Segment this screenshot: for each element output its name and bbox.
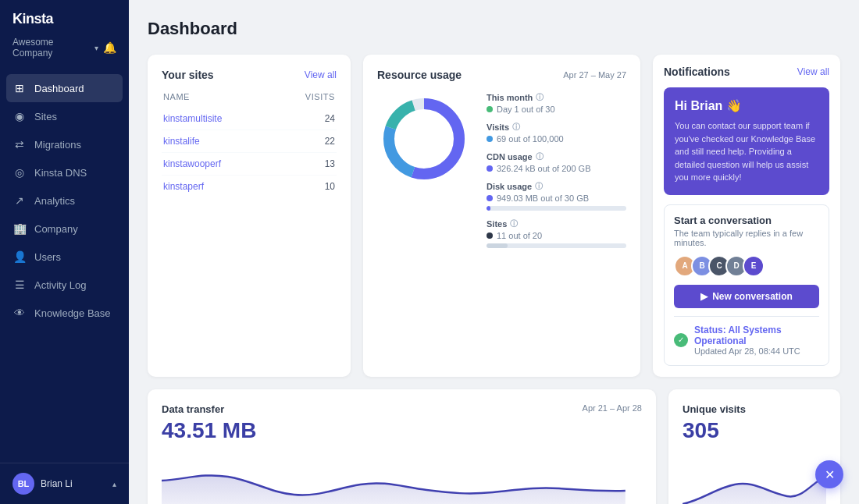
- avatars-row: A B C D E: [674, 255, 819, 277]
- your-sites-card: Your sites View all NAME VISITS kinstamu…: [148, 55, 351, 377]
- user-avatar: BL: [12, 473, 34, 495]
- stat-sites-value: 11 out of 20: [487, 231, 626, 240]
- unique-visits-value: 305: [683, 418, 826, 443]
- sidebar-item-activity-log[interactable]: ☰ Activity Log: [0, 271, 129, 299]
- your-sites-title: Your sites: [162, 69, 214, 81]
- analytics-icon: ↗: [12, 193, 27, 208]
- col-name: NAME: [163, 92, 190, 101]
- dashboard-icon: ⊞: [12, 81, 27, 95]
- data-transfer-card: Data transfer Apr 21 – Apr 28 43.51 MB: [148, 389, 656, 505]
- hi-title: Hi Brian 👋: [675, 98, 818, 113]
- unique-visits-card: Unique visits 305 21Apr 22: [668, 389, 840, 505]
- chevron-down-icon: ▾: [94, 44, 98, 52]
- migrations-icon: ⇄: [12, 137, 27, 151]
- stat-disk: Disk usage ⓘ 949.03 MB out of 30 GB: [487, 181, 626, 211]
- site-link-2[interactable]: kinstalife: [163, 136, 200, 147]
- col-visits: VISITS: [305, 92, 335, 101]
- status-row: ✓ Status: All Systems Operational Update…: [674, 316, 819, 356]
- dns-icon: ◎: [12, 165, 27, 179]
- site-visits-1: 24: [325, 113, 335, 124]
- data-transfer-header: Data transfer Apr 21 – Apr 28: [162, 403, 642, 415]
- chat-bubble-button[interactable]: ✕: [815, 460, 843, 488]
- sidebar-company[interactable]: Awesome Company ▾ 🔔: [0, 34, 129, 68]
- sidebar-item-analytics[interactable]: ↗ Analytics: [0, 186, 129, 215]
- sites-icon: ◉: [12, 109, 27, 123]
- site-row: kinstalife 22: [162, 130, 337, 153]
- stat-cdn-value: 326.24 kB out of 200 GB: [487, 164, 626, 173]
- footer-chevron-icon[interactable]: ▴: [112, 480, 116, 488]
- sites-table-header: NAME VISITS: [162, 92, 337, 101]
- resource-stats: This month ⓘ Day 1 out of 30 Visits ⓘ: [487, 92, 626, 256]
- notifications-card: Notifications View all Hi Brian 👋 You ca…: [653, 55, 840, 377]
- data-transfer-date: Apr 21 – Apr 28: [583, 403, 642, 413]
- sidebar-label-users: Users: [34, 251, 61, 263]
- help-icon: ⓘ: [536, 92, 544, 103]
- sidebar-item-sites[interactable]: ◉ Sites: [0, 102, 129, 130]
- stat-this-month: This month ⓘ Day 1 out of 30: [487, 92, 626, 114]
- sidebar-item-dashboard[interactable]: ⊞ Dashboard: [6, 74, 123, 102]
- status-text: Status: All Systems Operational: [694, 325, 819, 346]
- notifications-title: Notifications: [664, 66, 730, 78]
- knowledge-icon: 👁: [12, 306, 27, 320]
- your-sites-header: Your sites View all: [162, 69, 337, 81]
- resource-date: Apr 27 – May 27: [563, 70, 626, 80]
- donut-chart: [377, 92, 471, 186]
- visits-help-icon: ⓘ: [512, 122, 520, 133]
- main-content: Dashboard Your sites View all NAME VISIT…: [129, 0, 859, 504]
- status-check-icon: ✓: [674, 333, 688, 347]
- notifications-header: Notifications View all: [664, 66, 829, 78]
- site-link-1[interactable]: kinstamultisite: [163, 113, 222, 124]
- users-icon: 👤: [12, 250, 27, 264]
- sidebar-item-migrations[interactable]: ⇄ Migrations: [0, 130, 129, 158]
- activity-icon: ☰: [12, 278, 27, 292]
- company-name: Awesome Company: [12, 37, 90, 59]
- sidebar-label-sites: Sites: [34, 111, 57, 122]
- sidebar-label-knowledge: Knowledge Base: [34, 307, 111, 319]
- sidebar-label-activity: Activity Log: [34, 279, 86, 291]
- sidebar-label-dashboard: Dashboard: [34, 83, 84, 94]
- resource-usage-card: Resource usage Apr 27 – May 27: [363, 55, 640, 377]
- sidebar-item-knowledge-base[interactable]: 👁 Knowledge Base: [0, 299, 129, 327]
- site-visits-3: 13: [325, 158, 335, 169]
- sidebar-label-company: Company: [34, 223, 78, 235]
- sidebar-item-users[interactable]: 👤 Users: [0, 243, 129, 271]
- top-grid: Your sites View all NAME VISITS kinstamu…: [148, 55, 840, 377]
- stat-visits: Visits ⓘ 69 out of 100,000: [487, 122, 626, 144]
- site-link-3[interactable]: kinstawooperf: [163, 158, 221, 169]
- sidebar-nav: ⊞ Dashboard ◉ Sites ⇄ Migrations ◎ Kinst…: [0, 68, 129, 463]
- unique-visits-title: Unique visits: [683, 403, 746, 415]
- sidebar-item-company[interactable]: 🏢 Company: [0, 215, 129, 243]
- sidebar-item-kinsta-dns[interactable]: ◎ Kinsta DNS: [0, 158, 129, 186]
- stat-sites-label: Sites ⓘ: [487, 218, 626, 229]
- sidebar: Kinsta Awesome Company ▾ 🔔 ⊞ Dashboard ◉…: [0, 0, 129, 504]
- stat-disk-value: 949.03 MB out of 30 GB: [487, 193, 626, 203]
- unique-visits-header: Unique visits: [683, 403, 826, 415]
- bottom-grid: Data transfer Apr 21 – Apr 28 43.51 MB: [148, 389, 840, 505]
- stat-cdn-label: CDN usage ⓘ: [487, 151, 626, 162]
- new-conversation-button[interactable]: ▶ New conversation: [674, 285, 819, 308]
- sidebar-label-analytics: Analytics: [34, 195, 75, 207]
- notifications-view-all[interactable]: View all: [797, 66, 829, 77]
- bell-icon[interactable]: 🔔: [103, 41, 116, 54]
- conversation-box: Start a conversation The team typically …: [664, 204, 829, 366]
- conv-subtitle: The team typically replies in a few minu…: [674, 229, 819, 247]
- site-visits-4: 10: [325, 181, 335, 192]
- stat-day-value: Day 1 out of 30: [487, 105, 626, 114]
- site-link-4[interactable]: kinstaperf: [163, 181, 204, 192]
- user-name: Brian Li: [41, 478, 73, 489]
- status-info: Status: All Systems Operational Updated …: [694, 325, 819, 356]
- stat-sites: Sites ⓘ 11 out of 20: [487, 218, 626, 248]
- unique-visits-chart: [683, 449, 826, 505]
- sites-help-icon: ⓘ: [510, 218, 518, 229]
- sidebar-label-dns: Kinsta DNS: [34, 167, 87, 179]
- data-transfer-chart: [162, 449, 642, 505]
- sidebar-label-migrations: Migrations: [34, 139, 81, 151]
- status-updated: Updated Apr 28, 08:44 UTC: [694, 346, 819, 356]
- stat-visits-value: 69 out of 100,000: [487, 134, 626, 144]
- sidebar-footer: BL Brian Li ▴: [0, 463, 129, 504]
- your-sites-view-all[interactable]: View all: [305, 69, 337, 80]
- logo-text: Kinsta: [12, 11, 53, 27]
- avatar-5: E: [743, 255, 765, 277]
- site-row: kinstawooperf 13: [162, 153, 337, 176]
- chat-icon: ✕: [825, 467, 835, 482]
